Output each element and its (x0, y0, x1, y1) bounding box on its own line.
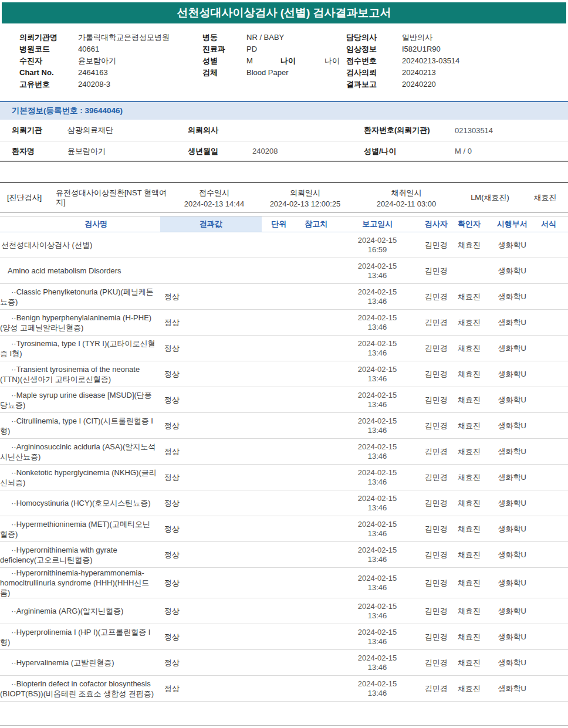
test-result: 정상 (160, 292, 261, 302)
test-name: ··Maple syrup urine disease [MSUD](단풍당뇨증… (0, 390, 160, 410)
test-name: ··Hypermethioninemia (MET)(고메티오닌혈증) (0, 519, 160, 539)
table-row: ··Nonketotic hyperglycinemia (NKHG)(글리신뇌… (0, 465, 568, 490)
confirmer-name: 채효진 (454, 550, 485, 560)
table-row: ··Hypermethioninemia (MET)(고메티오닌혈증) 정상 2… (0, 516, 568, 542)
meta-row: 의뢰기관명가톨릭대학교은평성모병원 (19, 32, 202, 43)
test-result: 정상 (160, 421, 261, 431)
field-value: 윤보람아기 (67, 146, 188, 157)
department: 생화학U (485, 632, 539, 642)
basic-info-table: 의뢰기관 삼광의료재단 의뢰의사 환자번호(의뢰기관) 021303514 환자… (0, 120, 568, 162)
meta-row: 고유번호240208-3 (19, 79, 202, 90)
report-datetime: 2024-02-15 13:46 (336, 653, 419, 672)
tester-name: 김민경 (419, 606, 454, 617)
meta-value: 20240213-03514 (402, 55, 459, 67)
report-datetime: 2024-02-15 13:46 (336, 494, 419, 513)
field-value: 021303514 (455, 126, 568, 135)
table-row: ··Tyrosinemia, type I (TYR I)(고타이로신혈증 I형… (0, 336, 568, 361)
test-result: 정상 (160, 472, 261, 483)
meta-label: 임상정보 (346, 43, 402, 55)
meta-middle-column: 병동NR / BABY 진료과PD 성별M나이나이 검체Blood Paper (202, 32, 346, 90)
confirmer-name: 채효진 (454, 421, 485, 431)
tester-name: 김민경 (419, 632, 454, 642)
meta-value: I582U1R90 (402, 43, 441, 55)
test-result: 정상 (160, 683, 261, 694)
tester-name: 김민경 (419, 240, 454, 250)
report-datetime: 2024-02-15 13:46 (336, 313, 419, 332)
basic-info-header: 기본정보(등록번호 : 39644046) (0, 101, 568, 120)
department: 생화학U (485, 550, 539, 560)
order-section-label: [진단검사] (0, 192, 56, 203)
test-result: 정상 (160, 524, 261, 534)
tester-name: 김민경 (419, 550, 454, 560)
requested-label: 의뢰일시 (290, 188, 320, 198)
test-result: 정상 (160, 446, 261, 457)
column-header-test-name: 검사명 (0, 216, 160, 232)
meta-value: NR / BABY (246, 32, 284, 43)
results-header-row: 검사명 결과값 단위 참고치 보고일시 검사자 확인자 시행부서 서식 (0, 216, 568, 232)
confirmer-name: 채효진 (454, 317, 485, 328)
report-datetime: 2024-02-15 16:59 (336, 236, 419, 255)
department: 생화학U (485, 472, 539, 483)
test-name: ··Hyperprolinemia I (HP I)(고프롤린혈증 I형) (0, 627, 160, 647)
table-row: ··Hyperprolinemia I (HP I)(고프롤린혈증 I형) 정상… (0, 624, 568, 650)
collected-value: 2024-02-11 03:00 (377, 199, 437, 208)
table-row: Amino acid metabolism Disorders 2024-02-… (0, 258, 568, 284)
tester-name: 김민경 (419, 683, 454, 694)
confirmer-name: 채효진 (454, 524, 485, 534)
confirmer-name: 채효진 (454, 369, 485, 380)
test-name: ··Hyperornithinemia-hyperammonemia-homoc… (0, 568, 160, 598)
department: 생화학U (485, 240, 539, 250)
report-datetime: 2024-02-15 13:46 (336, 365, 419, 384)
report-datetime: 2024-02-15 13:46 (336, 602, 419, 621)
collector-name: 채효진 (522, 192, 568, 203)
lm-collector: LM(채효진) (458, 192, 522, 203)
meta-left-column: 의뢰기관명가톨릭대학교은평성모병원 병원코드40661 수진자윤보람아기 Cha… (19, 32, 202, 90)
table-row: ··Argininosuccinic aciduria (ASA)(알지노석시닌… (0, 439, 568, 465)
confirmer-name: 채효진 (454, 606, 485, 617)
meta-value: 240208-3 (78, 79, 110, 90)
test-result: 정상 (160, 550, 261, 560)
tester-name: 김민경 (419, 292, 454, 302)
table-row: ··Classic Phenylketonuria (PKU)(페닐케톤뇨증) … (0, 284, 568, 310)
department: 생화학U (485, 524, 539, 534)
field-label: 의뢰기관 (0, 125, 67, 136)
test-result: 정상 (160, 317, 261, 328)
report-title: 선천성대사이상검사 (선별) 검사결과보고서 (177, 6, 391, 19)
column-header-format: 서식 (539, 216, 568, 232)
tester-name: 김민경 (419, 421, 454, 431)
department: 생화학U (485, 317, 539, 328)
table-row: ··Argininemia (ARG)(알지닌혈증) 정상 2024-02-15… (0, 598, 568, 624)
confirmer-name: 채효진 (454, 498, 485, 509)
test-name: 선천성대사이상검사 (선별) (0, 240, 160, 250)
column-header-department: 시행부서 (485, 216, 539, 232)
column-header-reported: 보고일시 (336, 216, 420, 232)
patient-meta-section: 의뢰기관명가톨릭대학교은평성모병원 병원코드40661 수진자윤보람아기 Cha… (0, 23, 568, 96)
test-result: 정상 (160, 658, 261, 668)
column-header-tester: 검사자 (419, 216, 454, 232)
confirmer-name: 채효진 (454, 395, 485, 405)
report-datetime: 2024-02-15 13:46 (336, 339, 419, 358)
results-table: 검사명 결과값 단위 참고치 보고일시 검사자 확인자 시행부서 서식 선천성대… (0, 216, 568, 702)
report-datetime: 2024-02-15 13:46 (336, 391, 419, 409)
confirmer-name: 채효진 (454, 343, 485, 354)
report-datetime: 2024-02-15 13:46 (336, 468, 419, 487)
meta-row: 검체Blood Paper (202, 67, 346, 79)
tester-name: 김민경 (419, 395, 454, 405)
tester-name: 김민경 (419, 578, 454, 588)
field-label: 환자명 (0, 146, 67, 157)
report-datetime: 2024-02-15 13:46 (336, 546, 419, 564)
test-name: ··Benign hyperphenylalaninemia (H-PHE)(양… (0, 313, 160, 333)
meta-row: 병동NR / BABY (202, 32, 346, 43)
test-result: 정상 (160, 369, 261, 380)
column-header-unit: 단위 (262, 216, 297, 232)
meta-label: 검체 (202, 67, 246, 79)
tester-name: 김민경 (419, 498, 454, 509)
meta-row: Chart No.2464163 (19, 67, 202, 79)
meta-label: 수진자 (19, 55, 78, 67)
test-result: 정상 (160, 343, 261, 354)
confirmer-name: 채효진 (454, 472, 485, 483)
field-label: 생년월일 (188, 146, 252, 157)
basic-info-row: 환자명 윤보람아기 생년월일 240208 성별/나이 M / 0 (0, 141, 568, 162)
department: 생화학U (485, 343, 539, 354)
field-value: M / 0 (455, 147, 568, 155)
